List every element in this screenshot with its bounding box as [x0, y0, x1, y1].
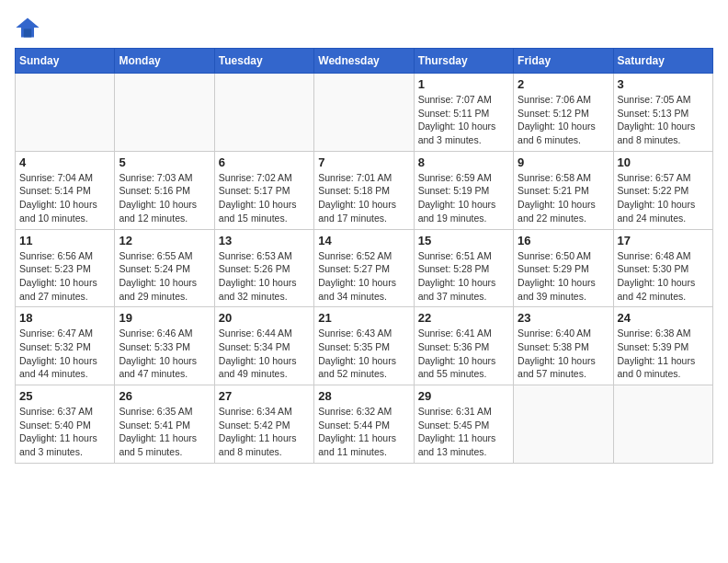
day-info: Sunrise: 6:52 AM Sunset: 5:27 PM Dayligh…	[318, 249, 409, 304]
calendar-header-friday: Friday	[514, 49, 613, 74]
calendar-cell: 28Sunrise: 6:32 AM Sunset: 5:44 PM Dayli…	[314, 385, 414, 464]
calendar-cell: 3Sunrise: 7:05 AM Sunset: 5:13 PM Daylig…	[613, 74, 712, 152]
day-info: Sunrise: 7:06 AM Sunset: 5:12 PM Dayligh…	[518, 93, 609, 147]
calendar-cell	[314, 74, 414, 152]
day-info: Sunrise: 6:59 AM Sunset: 5:19 PM Dayligh…	[418, 171, 509, 225]
day-info: Sunrise: 6:41 AM Sunset: 5:36 PM Dayligh…	[418, 327, 509, 381]
day-number: 3	[618, 77, 709, 91]
calendar-cell: 18Sunrise: 6:47 AM Sunset: 5:32 PM Dayli…	[16, 307, 115, 385]
calendar-cell: 29Sunrise: 6:31 AM Sunset: 5:45 PM Dayli…	[414, 385, 513, 464]
calendar-cell: 21Sunrise: 6:43 AM Sunset: 5:35 PM Dayli…	[314, 307, 414, 385]
calendar-cell: 5Sunrise: 7:03 AM Sunset: 5:16 PM Daylig…	[115, 151, 214, 229]
calendar-header-tuesday: Tuesday	[214, 49, 313, 74]
calendar-week-row: 4Sunrise: 7:04 AM Sunset: 5:14 PM Daylig…	[16, 151, 713, 229]
day-number: 12	[119, 234, 210, 247]
logo-icon	[15, 15, 40, 40]
day-info: Sunrise: 6:38 AM Sunset: 5:39 PM Dayligh…	[618, 327, 709, 381]
day-number: 8	[418, 155, 509, 169]
day-info: Sunrise: 6:50 AM Sunset: 5:29 PM Dayligh…	[518, 249, 609, 304]
day-info: Sunrise: 6:31 AM Sunset: 5:45 PM Dayligh…	[418, 405, 509, 459]
day-info: Sunrise: 7:03 AM Sunset: 5:16 PM Dayligh…	[119, 171, 210, 225]
day-number: 20	[219, 311, 310, 325]
day-info: Sunrise: 7:04 AM Sunset: 5:14 PM Dayligh…	[19, 171, 110, 225]
day-number: 25	[19, 389, 110, 403]
calendar-cell: 17Sunrise: 6:48 AM Sunset: 5:30 PM Dayli…	[613, 229, 712, 307]
day-number: 14	[318, 234, 409, 247]
day-info: Sunrise: 6:56 AM Sunset: 5:23 PM Dayligh…	[19, 249, 110, 304]
calendar-cell: 15Sunrise: 6:51 AM Sunset: 5:28 PM Dayli…	[414, 229, 513, 307]
day-number: 1	[418, 77, 509, 91]
calendar-header-thursday: Thursday	[414, 49, 513, 74]
calendar-cell	[16, 74, 115, 152]
day-info: Sunrise: 6:55 AM Sunset: 5:24 PM Dayligh…	[119, 249, 210, 304]
calendar-cell: 27Sunrise: 6:34 AM Sunset: 5:42 PM Dayli…	[214, 385, 313, 464]
day-info: Sunrise: 6:53 AM Sunset: 5:26 PM Dayligh…	[219, 249, 310, 304]
calendar-cell: 25Sunrise: 6:37 AM Sunset: 5:40 PM Dayli…	[16, 385, 115, 464]
day-number: 28	[318, 389, 409, 403]
day-number: 6	[219, 155, 310, 169]
day-info: Sunrise: 6:35 AM Sunset: 5:41 PM Dayligh…	[119, 405, 210, 459]
day-info: Sunrise: 7:01 AM Sunset: 5:18 PM Dayligh…	[318, 171, 409, 225]
day-number: 11	[19, 234, 110, 247]
day-number: 27	[219, 389, 310, 403]
calendar-cell: 23Sunrise: 6:40 AM Sunset: 5:38 PM Dayli…	[514, 307, 613, 385]
day-info: Sunrise: 6:47 AM Sunset: 5:32 PM Dayligh…	[19, 327, 110, 381]
calendar-cell: 19Sunrise: 6:46 AM Sunset: 5:33 PM Dayli…	[115, 307, 214, 385]
logo	[15, 15, 44, 40]
day-info: Sunrise: 7:05 AM Sunset: 5:13 PM Dayligh…	[618, 93, 709, 147]
calendar-cell: 16Sunrise: 6:50 AM Sunset: 5:29 PM Dayli…	[514, 229, 613, 307]
day-info: Sunrise: 7:02 AM Sunset: 5:17 PM Dayligh…	[219, 171, 310, 225]
day-number: 26	[119, 389, 210, 403]
calendar-cell: 1Sunrise: 7:07 AM Sunset: 5:11 PM Daylig…	[414, 74, 513, 152]
calendar-cell	[214, 74, 313, 152]
calendar-cell: 10Sunrise: 6:57 AM Sunset: 5:22 PM Dayli…	[613, 151, 712, 229]
calendar-week-row: 11Sunrise: 6:56 AM Sunset: 5:23 PM Dayli…	[16, 229, 713, 307]
calendar-cell	[514, 385, 613, 464]
calendar-cell: 24Sunrise: 6:38 AM Sunset: 5:39 PM Dayli…	[613, 307, 712, 385]
calendar-header-sunday: Sunday	[16, 49, 115, 74]
day-info: Sunrise: 6:34 AM Sunset: 5:42 PM Dayligh…	[219, 405, 310, 459]
calendar-cell	[115, 74, 214, 152]
day-info: Sunrise: 6:58 AM Sunset: 5:21 PM Dayligh…	[518, 171, 609, 225]
day-number: 21	[318, 311, 409, 325]
day-number: 23	[518, 311, 609, 325]
day-info: Sunrise: 7:07 AM Sunset: 5:11 PM Dayligh…	[418, 93, 509, 147]
day-number: 4	[19, 155, 110, 169]
day-number: 18	[19, 311, 110, 325]
calendar-header-saturday: Saturday	[613, 49, 712, 74]
calendar-cell: 11Sunrise: 6:56 AM Sunset: 5:23 PM Dayli…	[16, 229, 115, 307]
svg-rect-2	[24, 29, 31, 37]
calendar-cell	[613, 385, 712, 464]
day-info: Sunrise: 6:32 AM Sunset: 5:44 PM Dayligh…	[318, 405, 409, 459]
day-info: Sunrise: 6:44 AM Sunset: 5:34 PM Dayligh…	[219, 327, 310, 381]
calendar-header-wednesday: Wednesday	[314, 49, 414, 74]
day-info: Sunrise: 6:51 AM Sunset: 5:28 PM Dayligh…	[418, 249, 509, 304]
calendar-table: SundayMondayTuesdayWednesdayThursdayFrid…	[15, 48, 713, 464]
day-info: Sunrise: 6:40 AM Sunset: 5:38 PM Dayligh…	[518, 327, 609, 381]
day-number: 24	[618, 311, 709, 325]
day-info: Sunrise: 6:48 AM Sunset: 5:30 PM Dayligh…	[618, 249, 709, 304]
day-info: Sunrise: 6:46 AM Sunset: 5:33 PM Dayligh…	[119, 327, 210, 381]
day-number: 16	[518, 234, 609, 247]
calendar-week-row: 25Sunrise: 6:37 AM Sunset: 5:40 PM Dayli…	[16, 385, 713, 464]
day-number: 29	[418, 389, 509, 403]
calendar-cell: 12Sunrise: 6:55 AM Sunset: 5:24 PM Dayli…	[115, 229, 214, 307]
calendar-week-row: 1Sunrise: 7:07 AM Sunset: 5:11 PM Daylig…	[16, 74, 713, 152]
calendar-cell: 13Sunrise: 6:53 AM Sunset: 5:26 PM Dayli…	[214, 229, 313, 307]
day-number: 15	[418, 234, 509, 247]
day-info: Sunrise: 6:37 AM Sunset: 5:40 PM Dayligh…	[19, 405, 110, 459]
calendar-header-row: SundayMondayTuesdayWednesdayThursdayFrid…	[16, 49, 713, 74]
calendar-cell: 14Sunrise: 6:52 AM Sunset: 5:27 PM Dayli…	[314, 229, 414, 307]
calendar-cell: 7Sunrise: 7:01 AM Sunset: 5:18 PM Daylig…	[314, 151, 414, 229]
day-number: 2	[518, 77, 609, 91]
day-number: 10	[618, 155, 709, 169]
header	[15, 15, 713, 40]
calendar-cell: 22Sunrise: 6:41 AM Sunset: 5:36 PM Dayli…	[414, 307, 513, 385]
calendar-cell: 20Sunrise: 6:44 AM Sunset: 5:34 PM Dayli…	[214, 307, 313, 385]
day-number: 9	[518, 155, 609, 169]
calendar-cell: 9Sunrise: 6:58 AM Sunset: 5:21 PM Daylig…	[514, 151, 613, 229]
day-number: 17	[618, 234, 709, 247]
day-info: Sunrise: 6:43 AM Sunset: 5:35 PM Dayligh…	[318, 327, 409, 381]
calendar-week-row: 18Sunrise: 6:47 AM Sunset: 5:32 PM Dayli…	[16, 307, 713, 385]
day-number: 22	[418, 311, 509, 325]
